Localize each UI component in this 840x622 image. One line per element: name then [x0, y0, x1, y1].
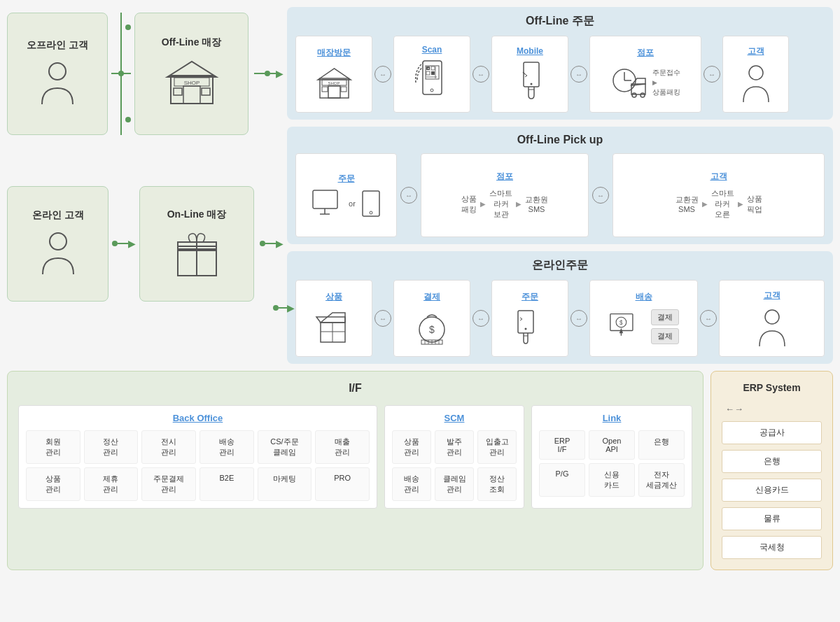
if-title: I/F [18, 382, 692, 395]
flow-gokaek: 고객 [722, 36, 789, 113]
scm-item-0: 상품관리 [392, 430, 431, 464]
pickup-jeompo-title[interactable]: 점포 [496, 171, 513, 183]
online-delivery-title[interactable]: 배송 [636, 291, 652, 303]
svg-rect-41 [313, 190, 337, 208]
offline-order-panel: Off-Line 주문 매장방문 SHOP [287, 7, 833, 120]
tablet-icon [361, 190, 381, 218]
online-store-box: On-Line 매장 [139, 186, 254, 302]
erp-panel: ERP System ←→ 공급사 은행 신용카드 물류 국세청 [710, 371, 833, 570]
online-gokaek: 고객 [719, 280, 825, 357]
arrow-3: ↔ [570, 66, 587, 83]
delivery-icon: $ [609, 307, 648, 346]
online-arrow-4: ↔ [700, 310, 717, 327]
gokaek-title[interactable]: 고객 [748, 45, 764, 57]
svg-rect-19 [341, 87, 346, 92]
online-store-label: On-Line 매장 [167, 208, 227, 221]
svg-rect-23 [431, 66, 435, 70]
svg-point-39 [640, 93, 645, 97]
online-delivery: 배송 $ 결제 [589, 280, 698, 357]
bo-item-7: 제휴관리 [84, 467, 139, 501]
link-item-2: 은행 [638, 430, 685, 460]
bo-item-0: 회원관리 [26, 430, 80, 464]
online-order-panel: ▶ 온라인주문 상품 [287, 251, 833, 364]
online-order-title: 온라인주문 [295, 258, 825, 273]
arrow-1: ↔ [374, 66, 391, 83]
bo-item-10: 마케팅 [258, 467, 312, 501]
online-customer-icon [37, 229, 79, 278]
erp-item-1: 은행 [722, 450, 822, 473]
svg-point-0 [49, 63, 66, 80]
bo-item-11: PRO [315, 467, 370, 501]
pickup-arrow-1: ↔ [400, 187, 417, 204]
online-order-item-title[interactable]: 주문 [522, 291, 538, 303]
bo-item-2: 전시관리 [141, 430, 196, 464]
svg-point-66 [765, 310, 779, 324]
online-store-icon [171, 227, 223, 279]
svg-point-59 [524, 328, 526, 330]
pickup-customer-item: 고객 교환권SMS ▶ 스마트라커오른 ▶ 상품픽업 [612, 153, 825, 237]
delivery-truck-icon [610, 63, 649, 101]
online-to-right-arrow: ▶ [260, 238, 284, 249]
online-arrow-2: ↔ [472, 310, 489, 327]
back-office-title: Back Office [26, 413, 370, 423]
arrow-2: ↔ [472, 66, 489, 83]
svg-rect-25 [431, 71, 435, 75]
scm-title: SCM [392, 413, 517, 423]
payment-icon: $ [413, 307, 451, 346]
online-arrow-3: ↔ [570, 310, 587, 327]
offline-store-box: Off-Line 매장 SHOP [134, 13, 248, 135]
bo-item-9: B2E [200, 467, 254, 501]
online-customer-arrow: ▶ [112, 238, 136, 249]
pickup-order-title[interactable]: 주문 [338, 173, 355, 185]
svg-marker-3 [167, 62, 216, 77]
link-item-4: 신용카드 [589, 463, 635, 497]
svg-text:SHOP: SHOP [328, 81, 340, 85]
svg-point-40 [749, 66, 763, 80]
offline-t-connector [111, 13, 131, 135]
flow-maejang: 매장방문 SHOP [295, 36, 372, 113]
offline-pickup-panel: Off-Line Pick up 주문 or [287, 127, 833, 244]
online-order-item: 주문 [491, 280, 568, 357]
online-sangpum-title[interactable]: 상품 [326, 291, 342, 303]
pickup-customer-title[interactable]: 고객 [710, 171, 727, 183]
maejang-title[interactable]: 매장방문 [317, 47, 351, 59]
svg-rect-2 [183, 86, 200, 104]
link-item-3: P/G [539, 463, 585, 497]
delivery-pay-btn-2[interactable]: 결제 [651, 328, 679, 344]
gokaek-icon [738, 62, 774, 104]
online-payment: 결제 $ [393, 280, 470, 357]
pickup-order-item: 주문 or [295, 153, 397, 237]
if-panel: I/F Back Office 회원관리 정산관리 전시관리 배송관리 CS/주… [7, 371, 704, 570]
offline-store-label: Off-Line 매장 [162, 36, 222, 49]
svg-rect-44 [363, 191, 379, 216]
mobile-icon [511, 60, 550, 102]
order-touch-icon [511, 307, 550, 346]
flow-jeompo: 점포 [589, 36, 701, 113]
offline-to-right-arrow: ▶ [254, 68, 284, 79]
scan-icon [413, 59, 451, 104]
link-item-0: ERPI/F [539, 430, 585, 460]
online-sangpum: 상품 [295, 280, 372, 357]
online-gokaek-icon [755, 306, 790, 348]
online-gokaek-title[interactable]: 고객 [764, 290, 780, 302]
scm-box: SCM 상품관리 발주관리 입출고관리 배송관리 클레임관리 정산조회 [384, 405, 524, 509]
link-item-1: OpenAPI [589, 430, 635, 460]
scm-item-3: 배송관리 [392, 467, 431, 501]
link-item-5: 전자세금계산 [638, 463, 685, 497]
link-box: Link ERPI/F OpenAPI 은행 P/G 신용카드 전자세금계산 [531, 405, 692, 509]
scan-title[interactable]: Scan [422, 45, 442, 55]
maejang-icon: SHOP [315, 63, 354, 101]
delivery-pay-btn-1[interactable]: 결제 [651, 309, 679, 325]
jeompo-title[interactable]: 점포 [637, 47, 654, 59]
svg-rect-26 [428, 68, 429, 69]
offline-customer-box: 오프라인 고객 [7, 13, 108, 135]
bo-item-3: 배송관리 [200, 430, 254, 464]
bo-item-8: 주문결제관리 [141, 467, 196, 501]
mobile-title[interactable]: Mobile [517, 46, 543, 56]
offline-pickup-title: Off-Line Pick up [295, 134, 825, 146]
online-payment-title[interactable]: 결제 [424, 291, 440, 303]
svg-marker-47 [321, 313, 345, 323]
bo-item-6: 상품관리 [26, 467, 80, 501]
svg-rect-14 [328, 86, 340, 98]
scm-item-1: 발주관리 [435, 430, 474, 464]
